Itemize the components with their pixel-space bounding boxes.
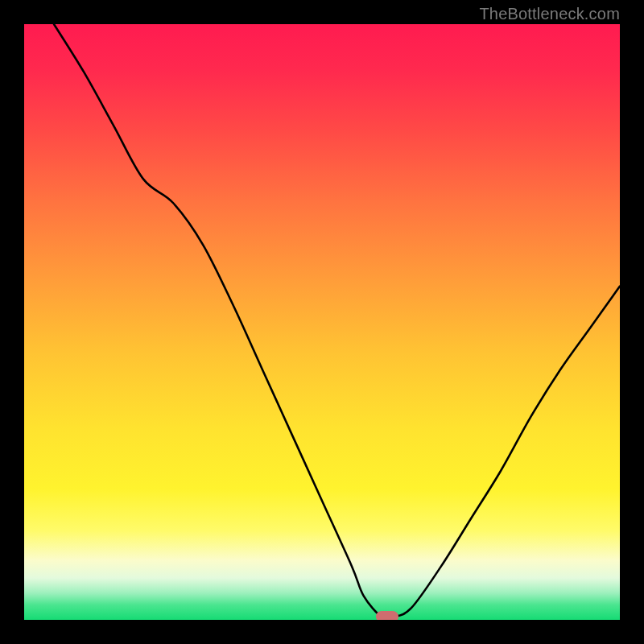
plot-area bbox=[24, 24, 620, 620]
bottleneck-curve bbox=[24, 24, 620, 620]
chart-canvas: TheBottleneck.com bbox=[0, 0, 644, 644]
optimum-marker bbox=[376, 611, 398, 620]
watermark-text: TheBottleneck.com bbox=[479, 5, 620, 23]
